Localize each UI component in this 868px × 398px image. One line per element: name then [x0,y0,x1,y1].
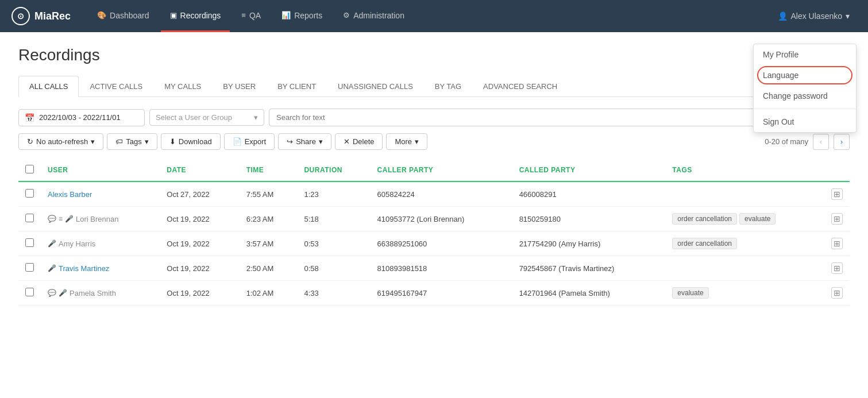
row-checkbox[interactable] [25,263,34,272]
row-checkbox[interactable] [25,288,34,296]
delete-icon: ✕ [344,137,350,146]
add-tag-button[interactable]: ⊞ [831,262,843,274]
row-duration: 4:33 [297,281,370,306]
nav-item-administration[interactable]: ⚙Administration [334,0,414,32]
row-icon: 🎤 [48,239,56,248]
row-checkbox[interactable] [25,214,34,222]
pagination-text: 0-20 of many [765,137,808,146]
tag-badge: order cancellation [672,238,737,249]
row-icon: 🎤 [48,264,56,272]
more-label: More [395,137,412,146]
date-picker[interactable]: 📅 [18,109,145,126]
row-called-party: 8150259180 [512,207,666,231]
row-date: Oct 19, 2022 [160,281,239,306]
dropdown-my-profile[interactable]: My Profile [754,44,856,65]
row-time: 7:55 AM [240,181,298,207]
col-user: USER [41,159,160,181]
tab-active-calls[interactable]: ACTIVE CALLS [79,76,153,97]
row-icon: 🎤 [59,289,67,297]
add-tag-button[interactable]: ⊞ [831,287,843,299]
dropdown-language[interactable]: Language [754,65,856,86]
export-button[interactable]: 📄 Export [224,133,275,150]
tag-badge: evaluate [672,287,708,299]
user-icon: 👤 [778,11,788,21]
select-all-checkbox[interactable] [25,165,34,173]
row-called-party: 142701964 (Pamela Smith) [512,281,666,306]
nav-right: 👤 Alex Ulasenko ▾ My Profile Language Ch… [771,11,857,21]
row-caller-party: 619495167947 [371,281,512,306]
nav-item-dashboard[interactable]: 🎨Dashboard [88,0,159,32]
row-time: 3:57 AM [240,231,298,256]
tags-icon: 🏷 [115,137,123,146]
brand[interactable]: ⊙ MiaRec [11,7,71,25]
row-caller-party: 663889251060 [371,231,512,256]
row-date: Oct 19, 2022 [160,231,239,256]
nav-item-qa[interactable]: ≡QA [232,0,270,32]
row-duration: 1:23 [297,181,370,207]
row-tags: ⊞ [665,182,850,206]
user-group-select[interactable]: Select a User or Group ▾ [149,109,264,126]
download-label: Download [179,137,212,146]
search-text-input[interactable] [269,109,786,126]
select-caret-icon: ▾ [254,113,258,122]
tags-button[interactable]: 🏷 Tags ▾ [107,133,157,150]
tag-badge: evaluate [739,213,776,225]
qa-icon: ≡ [241,11,246,20]
prev-page-button[interactable]: ‹ [813,134,829,150]
caret-icon: ▾ [846,11,850,21]
row-checkbox[interactable] [25,189,34,198]
nav-item-recordings[interactable]: ▣Recordings [161,0,230,32]
recordings-icon: ▣ [170,11,177,20]
tab-unassigned-calls[interactable]: UNASSIGNED CALLS [327,76,424,97]
row-checkbox[interactable] [25,238,34,247]
tab-by-tag[interactable]: BY TAG [424,76,472,97]
add-tag-button[interactable]: ⊞ [831,213,843,225]
tab-advanced-search[interactable]: ADVANCED SEARCH [472,76,568,97]
qa-label: QA [249,11,261,20]
tab-by-user[interactable]: BY USER [212,76,267,97]
user-menu-trigger[interactable]: 👤 Alex Ulasenko ▾ [771,11,857,21]
row-icon: ≡ [59,215,63,223]
row-icon: 💬 [48,289,56,297]
row-duration: 0:58 [297,256,370,281]
add-tag-button[interactable]: ⊞ [831,188,843,200]
table-row: 💬🎤 Pamela SmithOct 19, 20221:02 AM4:3361… [18,281,850,306]
navbar: ⊙ MiaRec 🎨Dashboard▣Recordings≡QA📊Report… [0,0,868,32]
user-link[interactable]: Alexis Barber [48,190,92,199]
date-range-input[interactable] [39,113,131,122]
dropdown-change-password[interactable]: Change password [754,86,856,106]
administration-label: Administration [353,11,404,20]
row-date: Oct 27, 2022 [160,181,239,207]
tab-by-client[interactable]: BY CLIENT [267,76,327,97]
delete-label: Delete [353,137,375,146]
delete-button[interactable]: ✕ Delete [335,133,383,150]
user-group-placeholder: Select a User or Group [156,113,232,122]
dropdown-sign-out[interactable]: Sign Out [754,111,856,132]
tab-all-calls[interactable]: ALL CALLS [18,76,79,97]
action-row: ↻ No auto-refresh ▾ 🏷 Tags ▾ ⬇ Download … [18,133,850,150]
add-tag-button[interactable]: ⊞ [831,238,843,249]
col-called-party: CALLED PARTY [512,159,666,181]
user-link[interactable]: Travis Martinez [59,264,109,273]
row-tags: order cancellation⊞ [665,231,850,256]
nav-item-reports[interactable]: 📊Reports [272,0,331,32]
share-icon: ↪ [287,137,293,146]
col-tags: TAGS [665,159,850,181]
share-button[interactable]: ↪ Share ▾ [278,133,331,150]
dashboard-label: Dashboard [110,11,149,20]
more-button[interactable]: More ▾ [386,133,427,150]
row-time: 1:02 AM [240,281,298,306]
row-icon: 💬 [48,215,56,223]
tab-my-calls[interactable]: MY CALLS [153,76,212,97]
row-tags: ⊞ [665,256,850,280]
auto-refresh-button[interactable]: ↻ No auto-refresh ▾ [18,133,103,150]
row-tags: evaluate⊞ [665,281,850,305]
table-row: 🎤 Amy HarrisOct 19, 20223:57 AM0:5366388… [18,231,850,256]
page-content: Recordings ALL CALLSACTIVE CALLSMY CALLS… [0,32,868,398]
row-called-party: 792545867 (Travis Martinez) [512,256,666,281]
tags-label: Tags [126,137,141,146]
table-row: 💬≡🎤 Lori BrennanOct 19, 20226:23 AM5:184… [18,207,850,231]
next-page-button[interactable]: › [834,134,850,150]
download-button[interactable]: ⬇ Download [161,133,221,150]
row-called-party: 217754290 (Amy Harris) [512,231,666,256]
